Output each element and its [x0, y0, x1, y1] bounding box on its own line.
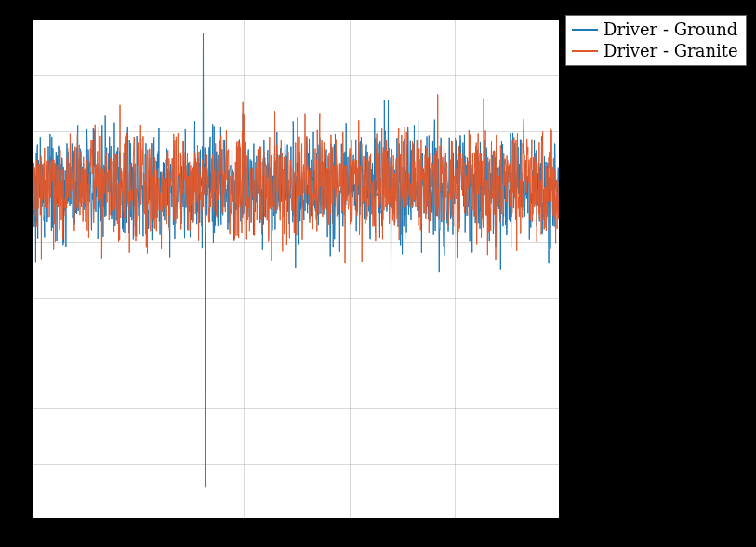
series-driver-granite: [33, 20, 559, 518]
legend-label: Driver - Ground: [603, 20, 737, 41]
legend: Driver - Ground Driver - Granite: [565, 15, 747, 66]
legend-item-granite: Driver - Granite: [572, 41, 738, 62]
plot-area: [32, 19, 560, 519]
legend-swatch-icon: [572, 50, 598, 52]
legend-swatch-icon: [572, 29, 598, 31]
legend-label: Driver - Granite: [603, 41, 738, 62]
legend-item-ground: Driver - Ground: [572, 20, 738, 41]
chart-stage: Driver - Ground Driver - Granite: [0, 0, 756, 547]
